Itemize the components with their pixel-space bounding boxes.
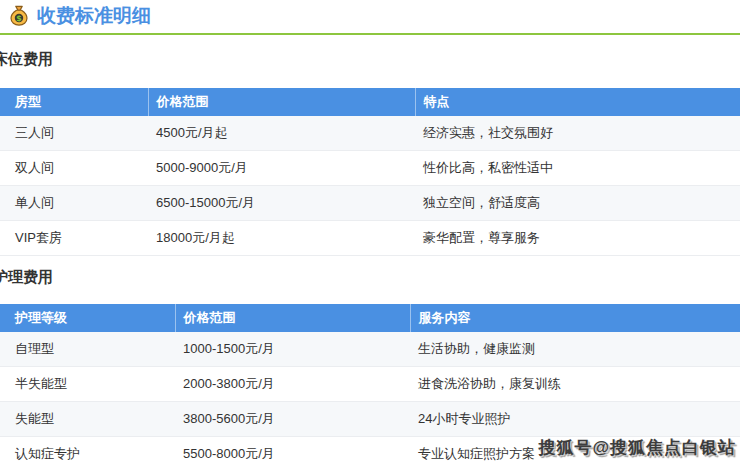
page-header: $ 收费标准明细 (0, 0, 740, 35)
cell-room-type: 单人间 (0, 186, 148, 221)
column-header-features: 特点 (415, 88, 740, 116)
table-row: 失能型 3800-5600元/月 24小时专业照护 (0, 402, 740, 437)
section-title-nursing-fees: 护理费用 (0, 268, 740, 287)
cell-care-level: 失能型 (0, 402, 175, 437)
cell-care-level: 认知症专护 (0, 437, 175, 461)
column-header-care-level: 护理等级 (0, 304, 175, 332)
cell-room-type: VIP套房 (0, 221, 148, 256)
table-header-row: 房型 价格范围 特点 (0, 88, 740, 116)
cell-service-content: 进食洗浴协助，康复训练 (410, 367, 740, 402)
cell-room-type: 双人间 (0, 151, 148, 186)
cell-price-range: 5500-8000元/月 (175, 437, 410, 461)
cell-care-level: 自理型 (0, 332, 175, 367)
column-header-price-range: 价格范围 (148, 88, 415, 116)
cell-price-range: 6500-15000元/月 (148, 186, 415, 221)
cell-features: 独立空间，舒适度高 (415, 186, 740, 221)
table-row: 自理型 1000-1500元/月 生活协助，健康监测 (0, 332, 740, 367)
cell-price-range: 3800-5600元/月 (175, 402, 410, 437)
table-row: 单人间 6500-15000元/月 独立空间，舒适度高 (0, 186, 740, 221)
bed-fees-table: 房型 价格范围 特点 三人间 4500元/月起 经济实惠，社交氛围好 双人间 5… (0, 88, 740, 256)
cell-features: 性价比高，私密性适中 (415, 151, 740, 186)
sohu-watermark: 搜狐号@搜狐焦点白银站 (538, 436, 736, 459)
section-title-bed-fees: 床位费用 (0, 50, 740, 69)
cell-price-range: 1000-1500元/月 (175, 332, 410, 367)
cell-features: 豪华配置，尊享服务 (415, 221, 740, 256)
money-bag-icon: $ (8, 5, 30, 27)
cell-price-range: 5000-9000元/月 (148, 151, 415, 186)
column-header-price-range: 价格范围 (175, 304, 410, 332)
table-row: 半失能型 2000-3800元/月 进食洗浴协助，康复训练 (0, 367, 740, 402)
cell-care-level: 半失能型 (0, 367, 175, 402)
cell-service-content: 24小时专业照护 (410, 402, 740, 437)
svg-text:$: $ (16, 14, 21, 23)
cell-room-type: 三人间 (0, 116, 148, 151)
table-row: 三人间 4500元/月起 经济实惠，社交氛围好 (0, 116, 740, 151)
table-row: 双人间 5000-9000元/月 性价比高，私密性适中 (0, 151, 740, 186)
column-header-room-type: 房型 (0, 88, 148, 116)
cell-price-range: 18000元/月起 (148, 221, 415, 256)
table-row: VIP套房 18000元/月起 豪华配置，尊享服务 (0, 221, 740, 256)
page-title: 收费标准明细 (37, 5, 151, 27)
table-header-row: 护理等级 价格范围 服务内容 (0, 304, 740, 332)
column-header-service-content: 服务内容 (410, 304, 740, 332)
cell-service-content: 生活协助，健康监测 (410, 332, 740, 367)
cell-price-range: 2000-3800元/月 (175, 367, 410, 402)
cell-features: 经济实惠，社交氛围好 (415, 116, 740, 151)
cell-price-range: 4500元/月起 (148, 116, 415, 151)
